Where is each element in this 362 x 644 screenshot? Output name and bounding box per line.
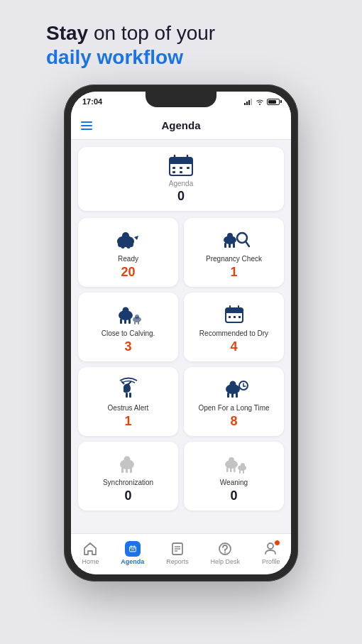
nav-reports[interactable]: Reports xyxy=(160,538,194,568)
card-close-calving[interactable]: Close to Calving. 3 xyxy=(78,293,178,361)
nav-helpdesk-label: Help Desk xyxy=(211,558,241,565)
nav-profile-label: Profile xyxy=(262,558,280,565)
svg-rect-6 xyxy=(170,161,192,164)
card-pregnancy-label: Pregnancy Check xyxy=(206,255,262,263)
svg-rect-3 xyxy=(251,99,252,105)
svg-rect-40 xyxy=(226,311,243,313)
svg-rect-63 xyxy=(130,468,132,473)
card-sync-count: 0 xyxy=(124,489,131,503)
oestrus-alert-icon xyxy=(113,376,144,401)
svg-rect-50 xyxy=(129,393,131,398)
svg-rect-68 xyxy=(234,467,236,472)
svg-rect-24 xyxy=(224,243,226,248)
card-dry-label: Recommended to Dry xyxy=(199,329,268,337)
card-pregnancy-check[interactable]: Pregnancy Check 1 xyxy=(184,218,284,287)
svg-point-30 xyxy=(122,307,128,314)
svg-point-52 xyxy=(229,381,236,388)
card-open-label: Open For a Long Time xyxy=(198,404,269,412)
recommended-dry-icon xyxy=(219,301,250,327)
bottom-nav: Home Agenda xyxy=(71,533,291,574)
card-oestrus-alert[interactable]: Oestrus Alert 1 xyxy=(78,367,178,436)
weaning-icon xyxy=(219,450,250,476)
wifi-icon xyxy=(256,99,264,105)
svg-rect-71 xyxy=(239,470,241,474)
svg-point-70 xyxy=(241,463,245,467)
svg-rect-11 xyxy=(187,167,190,169)
svg-point-19 xyxy=(126,243,131,249)
svg-rect-2 xyxy=(248,100,250,105)
cards-grid: Ready 20 xyxy=(78,218,284,511)
app-title: Agenda xyxy=(161,119,200,131)
svg-rect-12 xyxy=(172,171,175,173)
svg-rect-72 xyxy=(243,470,244,474)
card-synchronization[interactable]: Synchronization 0 xyxy=(78,442,178,511)
svg-rect-31 xyxy=(120,319,122,324)
card-sync-label: Synchronization xyxy=(103,479,153,486)
svg-rect-67 xyxy=(230,467,232,472)
hamburger-menu[interactable] xyxy=(81,121,92,130)
nav-home[interactable]: Home xyxy=(76,538,104,568)
svg-line-28 xyxy=(246,241,249,246)
synchronization-icon xyxy=(113,450,144,476)
svg-rect-49 xyxy=(126,393,128,398)
agenda-summary-label: Agenda xyxy=(169,180,193,187)
profile-badge-dot xyxy=(274,540,280,546)
svg-point-84 xyxy=(268,543,273,549)
status-icons xyxy=(244,99,280,105)
signal-icon xyxy=(244,99,253,105)
agenda-icon xyxy=(125,541,141,557)
card-recommended-dry[interactable]: Recommended to Dry 4 xyxy=(184,293,284,361)
scroll-content[interactable]: Agenda 0 xyxy=(71,140,291,533)
headline-stay: Stay xyxy=(46,22,88,44)
profile-icon xyxy=(263,541,279,557)
calendar-icon xyxy=(168,154,194,177)
card-oestrus-label: Oestrus Alert xyxy=(108,404,149,412)
svg-rect-32 xyxy=(124,319,126,324)
svg-point-83 xyxy=(224,552,226,553)
svg-rect-55 xyxy=(236,393,238,398)
card-weaning[interactable]: Weaning 0 xyxy=(184,442,284,511)
svg-rect-25 xyxy=(229,243,231,248)
notch xyxy=(146,92,216,107)
svg-rect-0 xyxy=(244,103,246,105)
svg-rect-62 xyxy=(126,468,128,473)
svg-rect-13 xyxy=(180,171,182,173)
headline: Stay on top of your daily workflow xyxy=(46,21,316,69)
card-weaning-label: Weaning xyxy=(220,479,248,486)
svg-point-65 xyxy=(229,457,234,463)
svg-point-35 xyxy=(135,315,139,319)
card-calving-count: 3 xyxy=(124,339,131,354)
reports-icon xyxy=(170,541,185,557)
svg-rect-33 xyxy=(128,319,131,324)
agenda-summary-count: 0 xyxy=(177,189,185,204)
battery-icon xyxy=(267,99,280,105)
close-calving-icon xyxy=(113,301,144,327)
svg-rect-10 xyxy=(180,167,182,169)
card-open-long-time[interactable]: Open For a Long Time 8 xyxy=(184,367,284,436)
card-dry-count: 4 xyxy=(230,339,237,354)
card-ready-count: 20 xyxy=(121,265,135,280)
nav-profile[interactable]: Profile xyxy=(256,538,286,568)
nav-agenda[interactable]: Agenda xyxy=(115,538,150,568)
svg-point-20 xyxy=(117,240,121,243)
phone-screen: 17:04 xyxy=(71,92,291,574)
card-oestrus-count: 1 xyxy=(124,414,131,429)
nav-agenda-label: Agenda xyxy=(121,558,144,565)
svg-point-60 xyxy=(124,457,130,463)
svg-rect-43 xyxy=(229,316,231,318)
svg-rect-53 xyxy=(227,393,229,398)
svg-point-23 xyxy=(227,233,233,239)
pregnancy-check-icon xyxy=(219,227,250,252)
card-weaning-count: 0 xyxy=(230,489,237,503)
nav-helpdesk[interactable]: Help Desk xyxy=(205,538,246,568)
svg-rect-54 xyxy=(231,393,234,398)
nav-home-label: Home xyxy=(82,558,99,565)
headline-rest: on top of your xyxy=(88,22,215,44)
svg-rect-26 xyxy=(233,243,235,248)
svg-rect-9 xyxy=(172,167,175,169)
svg-rect-1 xyxy=(246,102,248,105)
svg-point-15 xyxy=(122,232,129,239)
svg-rect-73 xyxy=(129,546,136,551)
card-ready[interactable]: Ready 20 xyxy=(78,218,178,287)
headline-sub: daily workflow xyxy=(46,45,316,70)
